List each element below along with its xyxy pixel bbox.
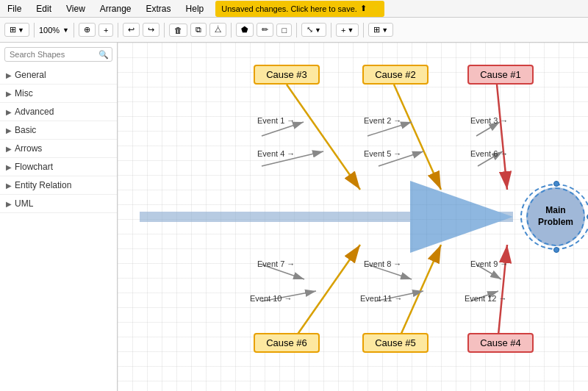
chevron-right-icon: ▶ [6, 182, 12, 190]
sidebar-item-label: General [15, 70, 46, 80]
toolbar-sep-7 [331, 23, 331, 37]
event-5-label: Event 5 → [364, 149, 401, 158]
event-2-label: Event 2 → [364, 116, 401, 125]
event-8-label: Event 8 → [364, 259, 401, 268]
selection-border [520, 184, 588, 250]
save-arrow-indicator: ↑ [373, 2, 379, 15]
event-6-label: Event 6 → [470, 149, 508, 158]
chevron-right-icon: ▶ [6, 200, 12, 208]
event-7-label: Event 7 → [257, 259, 295, 268]
copy-btn[interactable]: ⧉ [190, 23, 207, 37]
sidebar-item-label: Entity Relation [15, 180, 71, 190]
waypoint-btn[interactable]: ⤡ ▼ [301, 23, 326, 37]
cause-4-box[interactable]: Cause #4 [467, 333, 534, 353]
shape-btn[interactable]: □ [276, 24, 292, 37]
toolbar-sep-5 [231, 23, 232, 37]
svg-line-5 [287, 85, 360, 190]
chevron-right-icon: ▶ [6, 163, 12, 171]
sidebar-item-misc[interactable]: ▶ Misc [0, 85, 117, 103]
sidebar: 🔍 ▶ General ▶ Misc ▶ Advanced ▶ Basic ▶ … [0, 43, 118, 391]
sidebar-item-label: UML [15, 198, 33, 209]
sidebar-item-label: Flowchart [15, 162, 53, 172]
save-banner-text: Unsaved changes. Click here to save. [221, 4, 357, 13]
zoom-in-btn[interactable]: + [98, 24, 113, 37]
save-banner[interactable]: Unsaved changes. Click here to save. ⬆ ↑ [215, 1, 384, 17]
sidebar-item-flowchart[interactable]: ▶ Flowchart [0, 158, 117, 176]
sidebar-item-uml[interactable]: ▶ UML [0, 195, 117, 213]
zoom-dropdown-icon[interactable]: ▼ [62, 26, 69, 34]
cause-1-box[interactable]: Cause #1 [467, 65, 534, 85]
sidebar-item-label: Basic [15, 125, 36, 135]
chevron-right-icon: ▶ [6, 71, 12, 79]
search-icon: 🔍 [98, 50, 109, 60]
diagram-container: Cause #3 Cause #2 Cause #1 Event 1 → Eve… [118, 43, 588, 391]
zoom-fit-btn[interactable]: ⊕ [79, 23, 96, 37]
sidebar-item-label: Advanced [15, 107, 54, 117]
menu-extras[interactable]: Extras [143, 2, 174, 15]
event-4-label: Event 4 → [257, 149, 295, 158]
toolbar-sep-6 [296, 23, 297, 37]
chevron-right-icon: ▶ [6, 145, 12, 153]
event-9-label: Event 9 → [470, 259, 508, 268]
event-10-label: Event 10 → [250, 294, 292, 303]
menu-help[interactable]: Help [183, 2, 207, 15]
menu-view[interactable]: View [63, 2, 88, 15]
main-layout: 🔍 ▶ General ▶ Misc ▶ Advanced ▶ Basic ▶ … [0, 43, 588, 391]
undo-btn[interactable]: ↩ [123, 23, 140, 37]
sidebar-item-arrows[interactable]: ▶ Arrows [0, 140, 117, 158]
sidebar-item-entity-relation[interactable]: ▶ Entity Relation [0, 176, 117, 195]
cause-6-box[interactable]: Cause #6 [254, 333, 320, 353]
menu-arrange[interactable]: Arrange [97, 2, 135, 15]
toolbar: ⊞ ▼ 100% ▼ ⊕ + ↩ ↪ 🗑 ⧉ ⧊ ⬟ ✏ □ ⤡ ▼ + ▼ ⊞… [0, 18, 588, 43]
menu-file[interactable]: File [4, 2, 24, 15]
duplicate-btn[interactable]: ⧊ [209, 23, 226, 37]
redo-btn[interactable]: ↪ [143, 23, 159, 37]
search-input[interactable] [4, 47, 112, 62]
search-box: 🔍 [4, 47, 112, 62]
sidebar-item-general[interactable]: ▶ General [0, 66, 117, 85]
line-color-btn[interactable]: ✏ [257, 23, 273, 37]
sidebar-item-label: Arrows [15, 143, 42, 154]
event-3-label: Event 3 → [470, 116, 508, 125]
event-11-label: Event 11 → [360, 294, 402, 303]
cause-3-box[interactable]: Cause #3 [254, 65, 320, 85]
chevron-right-icon: ▶ [6, 108, 12, 116]
handle-top[interactable] [553, 181, 559, 187]
cause-5-box[interactable]: Cause #5 [362, 333, 429, 353]
save-icon: ⬆ [360, 4, 367, 13]
toolbar-sep-3 [118, 23, 118, 37]
sidebar-item-advanced[interactable]: ▶ Advanced [0, 103, 117, 121]
chevron-right-icon: ▶ [6, 126, 12, 134]
table-btn[interactable]: ⊞ ▼ [368, 23, 393, 37]
zoom-label: 100% [39, 26, 60, 35]
toolbar-sep-8 [363, 23, 364, 37]
canvas[interactable]: Cause #3 Cause #2 Cause #1 Event 1 → Eve… [118, 43, 588, 391]
delete-btn[interactable]: 🗑 [169, 24, 187, 37]
handle-bottom[interactable] [553, 247, 559, 253]
event-12-label: Event 12 → [465, 294, 506, 303]
chevron-right-icon: ▶ [6, 90, 12, 98]
menu-edit[interactable]: Edit [33, 2, 54, 15]
menu-bar: File Edit View Arrange Extras Help Unsav… [0, 0, 588, 18]
sidebar-item-basic[interactable]: ▶ Basic [0, 121, 117, 140]
page-style-btn[interactable]: ⊞ ▼ [4, 23, 29, 37]
toolbar-sep-2 [74, 23, 74, 37]
insert-btn[interactable]: + ▼ [336, 24, 359, 37]
cause-2-box[interactable]: Cause #2 [362, 65, 429, 85]
svg-line-8 [394, 85, 441, 190]
svg-line-11 [497, 85, 507, 190]
event-1-label: Event 1 → [257, 116, 295, 125]
toolbar-sep-4 [164, 23, 165, 37]
toolbar-sep-1 [34, 23, 35, 37]
sidebar-item-label: Misc [15, 88, 33, 98]
fill-btn[interactable]: ⬟ [236, 23, 254, 37]
